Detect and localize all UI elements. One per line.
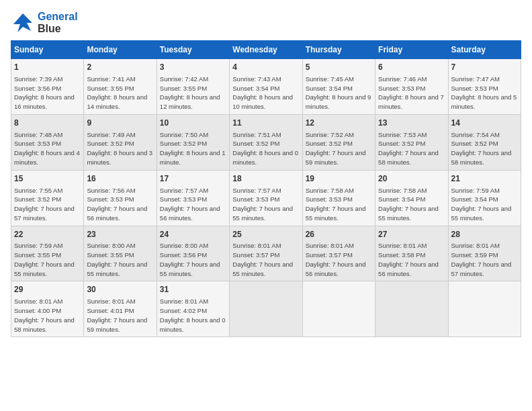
calendar-cell: [448, 281, 521, 337]
day-number: 12: [306, 118, 372, 129]
header-cell-wednesday: Wednesday: [230, 41, 302, 59]
day-details: Sunrise: 7:39 AM Sunset: 3:56 PM Dayligh…: [14, 75, 81, 111]
calendar-cell: 21Sunrise: 7:59 AM Sunset: 3:54 PM Dayli…: [448, 170, 521, 226]
day-details: Sunrise: 8:01 AM Sunset: 3:57 PM Dayligh…: [232, 241, 299, 278]
day-number: 27: [378, 229, 445, 240]
day-details: Sunrise: 7:57 AM Sunset: 3:53 PM Dayligh…: [232, 186, 299, 223]
calendar-cell: 31Sunrise: 8:01 AM Sunset: 4:02 PM Dayli…: [157, 281, 229, 337]
calendar-cell: 30Sunrise: 8:01 AM Sunset: 4:01 PM Dayli…: [84, 281, 157, 337]
day-details: Sunrise: 7:49 AM Sunset: 3:52 PM Dayligh…: [87, 130, 153, 167]
calendar-cell: 8Sunrise: 7:48 AM Sunset: 3:53 PM Daylig…: [11, 114, 84, 170]
day-details: Sunrise: 7:54 AM Sunset: 3:52 PM Dayligh…: [451, 130, 518, 167]
day-number: 8: [14, 118, 81, 129]
calendar-cell: 23Sunrise: 8:00 AM Sunset: 3:55 PM Dayli…: [84, 226, 157, 281]
header-cell-sunday: Sunday: [11, 41, 84, 59]
day-details: Sunrise: 7:58 AM Sunset: 3:53 PM Dayligh…: [306, 186, 372, 223]
day-details: Sunrise: 7:43 AM Sunset: 3:54 PM Dayligh…: [232, 75, 299, 111]
header: General Blue: [11, 11, 521, 35]
calendar-cell: 2Sunrise: 7:41 AM Sunset: 3:55 PM Daylig…: [84, 59, 157, 115]
calendar-cell: 13Sunrise: 7:53 AM Sunset: 3:52 PM Dayli…: [375, 114, 448, 170]
calendar-cell: 1Sunrise: 7:39 AM Sunset: 3:56 PM Daylig…: [11, 59, 84, 115]
calendar-cell: 15Sunrise: 7:55 AM Sunset: 3:52 PM Dayli…: [11, 170, 84, 226]
day-number: 1: [14, 62, 81, 73]
day-details: Sunrise: 8:00 AM Sunset: 3:55 PM Dayligh…: [87, 241, 153, 278]
calendar-cell: 3Sunrise: 7:42 AM Sunset: 3:55 PM Daylig…: [157, 59, 229, 115]
day-details: Sunrise: 7:50 AM Sunset: 3:52 PM Dayligh…: [160, 130, 226, 167]
day-details: Sunrise: 7:56 AM Sunset: 3:53 PM Dayligh…: [87, 186, 153, 223]
day-number: 14: [451, 118, 518, 129]
calendar-cell: 14Sunrise: 7:54 AM Sunset: 3:52 PM Dayli…: [448, 114, 521, 170]
calendar-cell: 7Sunrise: 7:47 AM Sunset: 3:53 PM Daylig…: [448, 59, 521, 115]
calendar-week-row: 29Sunrise: 8:01 AM Sunset: 4:00 PM Dayli…: [11, 281, 521, 337]
header-cell-friday: Friday: [375, 41, 448, 59]
day-number: 10: [160, 118, 226, 129]
calendar-cell: 11Sunrise: 7:51 AM Sunset: 3:52 PM Dayli…: [230, 114, 302, 170]
calendar-cell: [302, 281, 375, 337]
logo-icon: [11, 11, 35, 35]
day-details: Sunrise: 8:00 AM Sunset: 3:56 PM Dayligh…: [160, 241, 226, 278]
day-details: Sunrise: 7:58 AM Sunset: 3:54 PM Dayligh…: [378, 186, 445, 223]
day-details: Sunrise: 8:01 AM Sunset: 3:57 PM Dayligh…: [306, 241, 372, 278]
calendar-cell: 16Sunrise: 7:56 AM Sunset: 3:53 PM Dayli…: [84, 170, 157, 226]
calendar-cell: 27Sunrise: 8:01 AM Sunset: 3:58 PM Dayli…: [375, 226, 448, 281]
day-number: 13: [378, 118, 445, 129]
calendar-cell: [230, 281, 302, 337]
calendar-week-row: 1Sunrise: 7:39 AM Sunset: 3:56 PM Daylig…: [11, 59, 521, 115]
calendar-cell: 10Sunrise: 7:50 AM Sunset: 3:52 PM Dayli…: [157, 114, 229, 170]
calendar-cell: 4Sunrise: 7:43 AM Sunset: 3:54 PM Daylig…: [230, 59, 302, 115]
calendar-cell: [375, 281, 448, 337]
day-details: Sunrise: 7:59 AM Sunset: 3:54 PM Dayligh…: [451, 186, 518, 223]
calendar-cell: 29Sunrise: 8:01 AM Sunset: 4:00 PM Dayli…: [11, 281, 84, 337]
header-cell-tuesday: Tuesday: [157, 41, 229, 59]
day-number: 4: [232, 62, 299, 73]
svg-marker-0: [13, 13, 32, 32]
day-number: 15: [14, 173, 81, 185]
day-number: 31: [160, 284, 226, 295]
day-details: Sunrise: 7:46 AM Sunset: 3:53 PM Dayligh…: [378, 75, 445, 111]
header-cell-monday: Monday: [84, 41, 157, 59]
calendar-week-row: 22Sunrise: 7:59 AM Sunset: 3:55 PM Dayli…: [11, 226, 521, 281]
calendar-cell: 20Sunrise: 7:58 AM Sunset: 3:54 PM Dayli…: [375, 170, 448, 226]
day-number: 7: [451, 62, 518, 73]
calendar-cell: 9Sunrise: 7:49 AM Sunset: 3:52 PM Daylig…: [84, 114, 157, 170]
day-number: 16: [87, 173, 153, 185]
day-number: 24: [160, 229, 226, 240]
day-number: 29: [14, 284, 81, 295]
calendar-week-row: 8Sunrise: 7:48 AM Sunset: 3:53 PM Daylig…: [11, 114, 521, 170]
day-details: Sunrise: 8:01 AM Sunset: 4:02 PM Dayligh…: [160, 297, 226, 334]
day-number: 21: [451, 173, 518, 185]
day-details: Sunrise: 7:52 AM Sunset: 3:52 PM Dayligh…: [306, 130, 372, 167]
day-details: Sunrise: 8:01 AM Sunset: 4:01 PM Dayligh…: [87, 297, 153, 334]
day-details: Sunrise: 7:42 AM Sunset: 3:55 PM Dayligh…: [160, 75, 226, 111]
day-details: Sunrise: 8:01 AM Sunset: 4:00 PM Dayligh…: [14, 297, 81, 334]
calendar-cell: 28Sunrise: 8:01 AM Sunset: 3:59 PM Dayli…: [448, 226, 521, 281]
day-details: Sunrise: 7:48 AM Sunset: 3:53 PM Dayligh…: [14, 130, 81, 167]
calendar-cell: 24Sunrise: 8:00 AM Sunset: 3:56 PM Dayli…: [157, 226, 229, 281]
day-details: Sunrise: 7:55 AM Sunset: 3:52 PM Dayligh…: [14, 186, 81, 223]
calendar-cell: 12Sunrise: 7:52 AM Sunset: 3:52 PM Dayli…: [302, 114, 375, 170]
header-cell-thursday: Thursday: [302, 41, 375, 59]
calendar-week-row: 15Sunrise: 7:55 AM Sunset: 3:52 PM Dayli…: [11, 170, 521, 226]
day-number: 26: [306, 229, 372, 240]
day-number: 17: [160, 173, 226, 185]
calendar-cell: 22Sunrise: 7:59 AM Sunset: 3:55 PM Dayli…: [11, 226, 84, 281]
calendar-cell: 25Sunrise: 8:01 AM Sunset: 3:57 PM Dayli…: [230, 226, 302, 281]
day-number: 6: [378, 62, 445, 73]
calendar-header-row: SundayMondayTuesdayWednesdayThursdayFrid…: [11, 41, 521, 59]
day-details: Sunrise: 7:53 AM Sunset: 3:52 PM Dayligh…: [378, 130, 445, 167]
calendar-cell: 5Sunrise: 7:45 AM Sunset: 3:54 PM Daylig…: [302, 59, 375, 115]
day-number: 11: [232, 118, 299, 129]
calendar-cell: 26Sunrise: 8:01 AM Sunset: 3:57 PM Dayli…: [302, 226, 375, 281]
day-number: 3: [160, 62, 226, 73]
day-details: Sunrise: 7:57 AM Sunset: 3:53 PM Dayligh…: [160, 186, 226, 223]
day-details: Sunrise: 8:01 AM Sunset: 3:58 PM Dayligh…: [378, 241, 445, 278]
day-number: 9: [87, 118, 153, 129]
logo: General Blue: [11, 11, 78, 35]
calendar-cell: 19Sunrise: 7:58 AM Sunset: 3:53 PM Dayli…: [302, 170, 375, 226]
day-details: Sunrise: 7:41 AM Sunset: 3:55 PM Dayligh…: [87, 75, 153, 111]
calendar-cell: 17Sunrise: 7:57 AM Sunset: 3:53 PM Dayli…: [157, 170, 229, 226]
day-number: 5: [306, 62, 372, 73]
day-number: 18: [232, 173, 299, 185]
day-details: Sunrise: 7:51 AM Sunset: 3:52 PM Dayligh…: [232, 130, 299, 167]
header-cell-saturday: Saturday: [448, 41, 521, 59]
